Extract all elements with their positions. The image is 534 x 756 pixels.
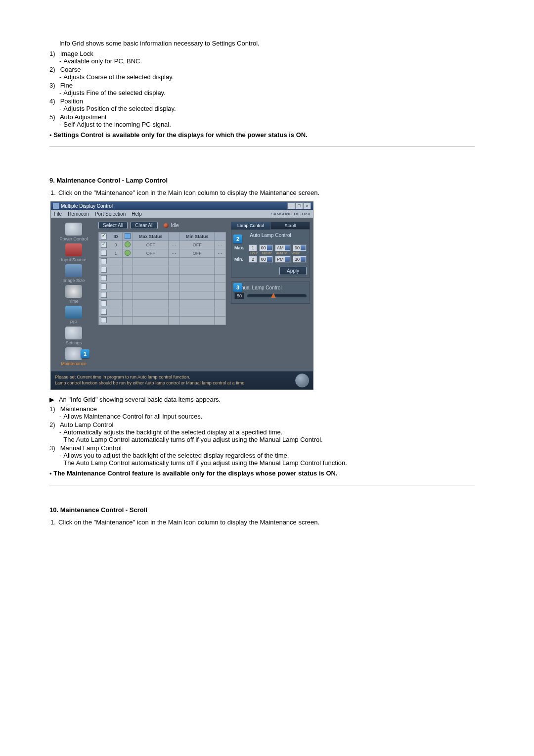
sidebar-item-image-size[interactable]: Image Size — [55, 264, 92, 283]
menu-remocon[interactable]: Remocon — [68, 211, 89, 217]
badge-2: 2 — [233, 235, 242, 243]
slider-value: 50 — [234, 292, 244, 299]
list-item: 4) Position -Adjusts Position of the sel… — [49, 97, 475, 112]
table-row[interactable] — [99, 308, 226, 317]
sidebar-item-pip[interactable]: PIP — [55, 306, 92, 325]
arrow-line: ▶ An "Info Grid" showing several basic d… — [49, 396, 475, 403]
maximize-button[interactable]: □ — [295, 202, 303, 209]
manual-lamp-title: Manual Lamp Control — [234, 285, 307, 290]
minimize-button[interactable]: _ — [287, 202, 295, 209]
section-9-title: 9. Maintenance Control - Lamp Control — [49, 177, 475, 184]
column-sublabels: Hour Minute AM/PM Value — [250, 251, 307, 255]
select-all-button[interactable]: Select All — [98, 222, 128, 229]
max-value[interactable]: 90 — [293, 244, 307, 251]
idle-indicator: Idle — [164, 223, 178, 228]
title-bar[interactable]: Multiple Display Control _ □ × — [51, 202, 313, 210]
max-minute[interactable]: 00 — [259, 244, 273, 251]
close-button[interactable]: × — [303, 202, 311, 209]
min-hour[interactable]: 2 — [249, 256, 257, 263]
section-10-step: 1.Click on the "Maintenance" icon in the… — [50, 519, 475, 526]
toolbar: Select All Clear All Idle — [98, 222, 226, 229]
col-id: ID — [109, 233, 123, 241]
intro-line: Info Grid shows some basic information n… — [59, 40, 475, 47]
menu-bar: File Remocon Port Selection Help SAMSUNG… — [51, 210, 313, 218]
menu-port[interactable]: Port Selection — [95, 211, 126, 217]
sidebar-item-maintenance[interactable]: Maintenance 1 — [55, 347, 92, 366]
sidebar: Power Control Input Source Image Size Ti… — [51, 218, 96, 371]
bullet-icon: • — [49, 470, 52, 477]
min-minute[interactable]: 00 — [259, 256, 273, 263]
lamp-slider[interactable] — [247, 294, 307, 297]
max-ampm[interactable]: AM — [275, 244, 291, 251]
row-checkbox[interactable] — [101, 242, 107, 248]
sidebar-item-input[interactable]: Input Source — [55, 243, 92, 262]
min-ampm[interactable]: PM — [275, 256, 291, 263]
menu-file[interactable]: File — [54, 211, 62, 217]
table-row[interactable] — [99, 283, 226, 291]
document-page: Info Grid shows some basic information n… — [0, 0, 534, 630]
status-line-2: Lamp control function should be run by e… — [55, 380, 291, 386]
settings-note: • Settings Control is available only for… — [49, 131, 475, 139]
table-row[interactable] — [99, 317, 226, 325]
table-row[interactable] — [99, 291, 226, 300]
table-row[interactable]: 1 OFF - - OFF - - — [99, 249, 226, 258]
power-dot-icon — [125, 250, 131, 256]
power-icon — [65, 223, 82, 236]
badge-3: 3 — [233, 283, 242, 292]
item-label: Image Lock — [60, 50, 93, 57]
power-dot-icon — [125, 241, 131, 247]
status-line-1: Please set Current time in program to ru… — [55, 375, 291, 380]
app-icon — [53, 203, 59, 209]
sidebar-item-settings[interactable]: Settings — [55, 327, 92, 345]
idle-dot-icon — [164, 223, 169, 228]
maintenance-note: • The Maintenance Control feature is ava… — [49, 470, 475, 477]
apply-button[interactable]: Apply — [279, 267, 307, 275]
list-item: 2) Coarse -Adjusts Coarse of the selecte… — [49, 66, 475, 81]
list-item: 3) Manual Lamp Control -Allows you to ad… — [49, 444, 475, 467]
image-size-icon — [65, 264, 82, 277]
min-row: Min. 2 00 PM 30 — [234, 256, 307, 263]
min-value[interactable]: 30 — [293, 256, 307, 263]
table-row[interactable] — [99, 300, 226, 308]
max-hour[interactable]: 1 — [249, 244, 257, 251]
center-panel: Select All Clear All Idle ID Max Status — [96, 218, 228, 371]
sidebar-item-time[interactable]: Time — [55, 285, 92, 304]
col-min: Min Status — [180, 233, 215, 241]
col-power-icon — [123, 233, 133, 241]
sidebar-item-power[interactable]: Power Control — [55, 223, 92, 241]
row-checkbox[interactable] — [101, 250, 107, 256]
list-item: 1) Image Lock -Available only for PC, BN… — [49, 50, 475, 65]
check-all[interactable] — [101, 234, 107, 239]
list-item: 3) Fine -Adjusts Fine of the selected di… — [49, 82, 475, 96]
col-max: Max Status — [133, 233, 169, 241]
table-row[interactable] — [99, 266, 226, 275]
table-row[interactable] — [99, 258, 226, 266]
col-max-status — [169, 233, 180, 241]
auto-lamp-panel: 2 Auto Lamp Control x Max. 1 00 AM 90 Ho… — [231, 230, 310, 278]
right-panel: Lamp Control Scroll 2 Auto Lamp Control … — [228, 218, 313, 371]
clear-all-button[interactable]: Clear All — [131, 222, 158, 229]
settings-icon — [65, 327, 82, 339]
maintenance-icon — [65, 347, 82, 360]
table-row[interactable]: 0 OFF - - OFF - - — [99, 241, 226, 249]
status-bar: Please set Current time in program to ru… — [51, 371, 313, 389]
time-icon — [65, 285, 82, 298]
list-item: 2) Auto Lamp Control -Automatically adju… — [49, 421, 475, 443]
max-row: Max. 1 00 AM 90 — [234, 244, 307, 251]
slider-thumb-icon[interactable] — [271, 293, 276, 298]
divider — [49, 146, 475, 147]
tab-scroll[interactable]: Scroll — [270, 222, 310, 230]
auto-lamp-title: Auto Lamp Control — [234, 233, 307, 238]
status-circle-icon — [295, 374, 309, 387]
menu-help[interactable]: Help — [132, 211, 142, 217]
tab-lamp-control[interactable]: Lamp Control — [231, 222, 270, 230]
app-title: Multiple Display Control — [61, 203, 113, 209]
item-number: 1) — [49, 50, 58, 57]
manual-lamp-panel: 3 Manual Lamp Control 50 — [231, 282, 310, 304]
item-sub: -Available only for PC, BNC. — [59, 57, 475, 65]
table-row[interactable] — [99, 275, 226, 283]
input-icon — [65, 243, 82, 256]
bullet-icon: • — [49, 132, 52, 139]
list-item: 5) Auto Adjustment -Self-Adjust to the i… — [49, 113, 475, 128]
brand-label: SAMSUNG DIGITall — [271, 212, 310, 216]
